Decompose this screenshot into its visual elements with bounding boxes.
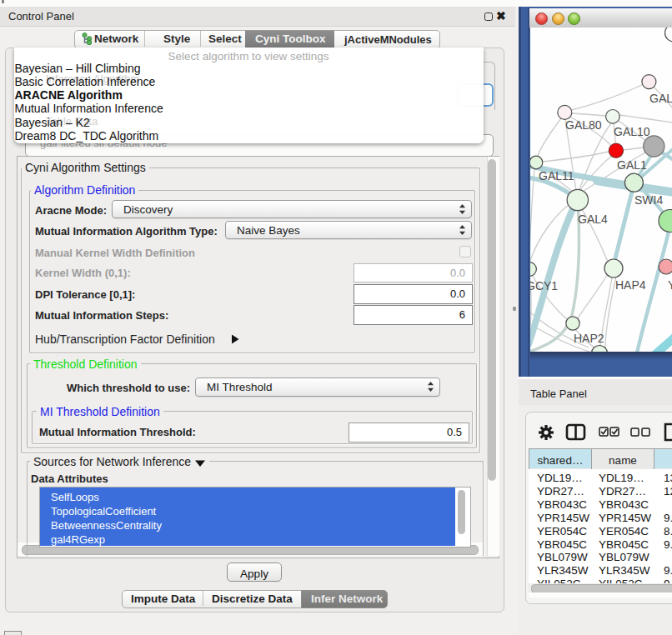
svg-text:GAL1: GAL1	[617, 158, 647, 172]
svg-text:HAP2: HAP2	[574, 332, 604, 345]
svg-text:GAL80: GAL80	[565, 118, 602, 132]
svg-text:SWI4: SWI4	[634, 193, 663, 207]
svg-text:GAL2: GAL2	[649, 92, 672, 105]
svg-text:GAL10: GAL10	[614, 125, 650, 138]
svg-text:GAL4: GAL4	[578, 212, 608, 226]
svg-text:YD: YD	[668, 278, 672, 292]
svg-text:GCY1: GCY1	[530, 279, 558, 292]
svg-text:HAP4: HAP4	[615, 278, 646, 292]
svg-text:GAL11: GAL11	[539, 169, 574, 182]
